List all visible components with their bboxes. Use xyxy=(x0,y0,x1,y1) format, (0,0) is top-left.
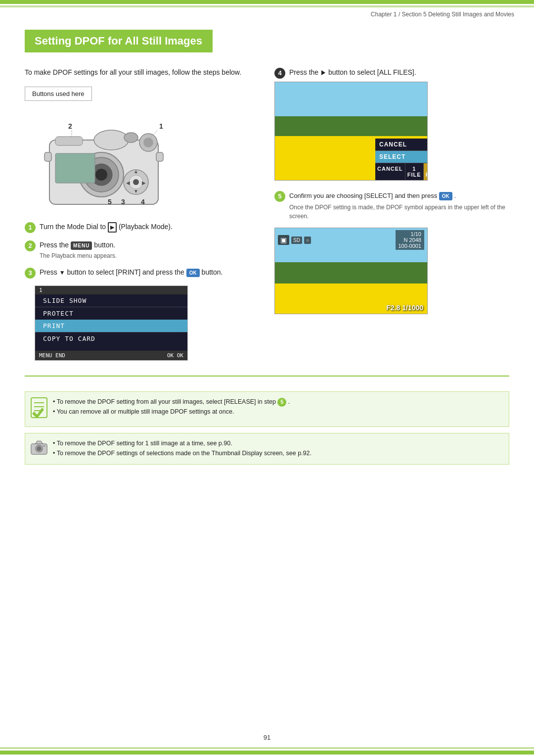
top-stripes xyxy=(0,0,534,9)
file-cancel: CANCEL xyxy=(375,139,427,151)
step-4-row: 4 Press the button to select [ALL FILES]… xyxy=(274,67,509,79)
dpof-circle-icon: ○ xyxy=(304,236,311,244)
svg-text:4: 4 xyxy=(141,198,145,206)
menu-btn-icon: MENU xyxy=(71,241,92,250)
step-2-number: 2 xyxy=(25,240,36,251)
menu-bottom-left: MENU END xyxy=(39,352,65,359)
step-2: 2 Press the MENU button. The Playback me… xyxy=(25,240,260,260)
note-1-icon xyxy=(30,397,48,422)
note-1-bullet-1: To remove the DPOF setting from all your… xyxy=(53,397,290,407)
note-2-bullet-1: To remove the DPOF setting for 1 still i… xyxy=(53,438,312,448)
intro-text: To make DPOF settings for all your still… xyxy=(25,67,260,78)
step-1-text: Turn the Mode Dial to ▶ (Playback Mode). xyxy=(40,222,173,233)
svg-point-4 xyxy=(95,169,107,181)
note-2: To remove the DPOF setting for 1 still i… xyxy=(25,433,509,465)
playback-icon: ▶ xyxy=(108,222,117,233)
svg-rect-17 xyxy=(55,153,95,183)
menu-top-number: 1 xyxy=(39,287,43,293)
step-4: 4 Press the button to select [ALL FILES]… xyxy=(274,67,509,181)
step-5-number: 5 xyxy=(274,191,285,202)
svg-point-7 xyxy=(124,133,138,142)
svg-text:5: 5 xyxy=(108,198,112,206)
section-divider xyxy=(25,376,509,377)
dpof-top-left: ▣ SD ○ xyxy=(278,230,311,250)
list-icon xyxy=(30,397,48,419)
dpof-overlay: ▣ SD ○ 1/10 N 2048 100-0001 xyxy=(275,228,427,252)
svg-rect-6 xyxy=(55,137,83,145)
step-4-text: Press the button to select [ALL FILES]. xyxy=(289,67,416,78)
file-bottom-1file: 1 FILE xyxy=(405,163,424,180)
note-1-list: To remove the DPOF setting from all your… xyxy=(53,397,290,417)
step-3-body: Press ▼ button to select [PRINT] and pre… xyxy=(40,267,222,278)
note-2-icon xyxy=(30,438,48,459)
file-menu-overlay: CANCEL SELECT CANCEL 1 FILE ALL FILES xyxy=(375,82,427,180)
chapter-header: Chapter 1 / Section 5 Deleting Still Ima… xyxy=(371,11,514,18)
note-1-bullet-2: You can remove all or multiple still ima… xyxy=(53,407,290,417)
menu-item-0: SLIDE SHOW xyxy=(35,294,187,307)
step-4-number: 4 xyxy=(274,68,285,79)
svg-text:▼: ▼ xyxy=(134,189,138,194)
note-2-bullet-2: To remove the DPOF settings of selection… xyxy=(53,448,312,458)
dpof-sd-icon: SD xyxy=(291,236,302,244)
menu-screenshot: 1 SLIDE SHOW PROTECT PRINT COPY TO CARD … xyxy=(35,285,188,361)
svg-point-9 xyxy=(143,138,153,147)
svg-point-34 xyxy=(37,446,42,451)
dpof-screen: ▣ SD ○ 1/10 N 2048 100-0001 F2.8 1/1000 xyxy=(274,228,428,314)
svg-text:▲: ▲ xyxy=(134,169,138,174)
dpof-info: 1/10 N 2048 100-0001 xyxy=(396,230,425,250)
step-5-body: Confirm you are choosing [SELECT] and th… xyxy=(289,190,509,221)
page-number: 91 xyxy=(0,734,534,741)
menu-top-bar: 1 xyxy=(35,286,187,294)
svg-point-16 xyxy=(133,179,139,185)
note-1: To remove the DPOF setting from all your… xyxy=(25,391,509,427)
notes-section: To remove the DPOF setting from all your… xyxy=(25,391,509,465)
step-3: 3 Press ▼ button to select [PRINT] and p… xyxy=(25,267,260,279)
svg-text:2: 2 xyxy=(68,122,72,130)
svg-text:1: 1 xyxy=(159,122,163,130)
step-5-sub: Once the DPOF setting is made, the DPOF … xyxy=(289,203,509,221)
svg-rect-35 xyxy=(43,445,45,447)
page-content: Setting DPOF for All Still Images To mak… xyxy=(0,20,534,510)
section-title: Setting DPOF for All Still Images xyxy=(25,30,213,52)
dpof-badge: ▣ xyxy=(278,235,289,245)
bottom-stripes xyxy=(0,747,534,756)
dpof-folder: 100-0001 xyxy=(399,243,422,249)
note-2-list: To remove the DPOF setting for 1 still i… xyxy=(53,438,312,458)
dpof-resolution: N 2048 xyxy=(399,237,422,243)
right-arrow-icon xyxy=(321,70,325,75)
two-col-layout: To make DPOF settings for all your still… xyxy=(25,67,509,361)
svg-rect-18 xyxy=(44,152,51,161)
svg-point-5 xyxy=(94,130,129,150)
ok-btn-icon-step5: OK xyxy=(439,192,452,200)
dpof-exposure: F2.8 1/1000 xyxy=(386,304,423,312)
ok-btn-icon-step3: OK xyxy=(186,269,200,277)
menu-bottom-right: OK OK xyxy=(167,352,183,359)
buttons-used-label: Buttons used here xyxy=(32,90,85,97)
left-column: To make DPOF settings for all your still… xyxy=(25,67,260,361)
menu-bottom-bar: MENU END OK OK xyxy=(35,351,187,360)
step-5-text: Confirm you are choosing [SELECT] and th… xyxy=(289,192,456,199)
step-1-number: 1 xyxy=(25,222,36,233)
camera-svg: ▲ ▼ ◀ ▶ 1 2 xyxy=(35,113,173,212)
menu-item-3: COPY TO CARD xyxy=(35,332,187,345)
menu-item-2: PRINT xyxy=(35,320,187,332)
menu-item-1: PROTECT xyxy=(35,307,187,320)
file-bottom-bar: CANCEL 1 FILE ALL FILES xyxy=(375,163,427,180)
right-column: 4 Press the button to select [ALL FILES]… xyxy=(274,67,509,361)
file-bottom-cancel: CANCEL xyxy=(375,163,405,180)
dpof-frame-count: 1/10 xyxy=(399,231,422,237)
buttons-used-box: Buttons used here xyxy=(25,87,92,101)
camera-icon xyxy=(30,438,48,456)
step-1: 1 Turn the Mode Dial to ▶ (Playback Mode… xyxy=(25,222,260,233)
step-2-sub: The Playback menu appears. xyxy=(40,251,117,260)
camera-diagram: ▲ ▼ ◀ ▶ 1 2 xyxy=(35,113,173,212)
svg-text:▶: ▶ xyxy=(142,180,146,186)
svg-text:◀: ◀ xyxy=(126,180,130,186)
file-bottom-allfiles: ALL FILES xyxy=(424,163,428,180)
all-files-screenshot: CANCEL SELECT CANCEL 1 FILE ALL FILES xyxy=(274,82,428,181)
svg-text:3: 3 xyxy=(121,198,125,206)
step-3-text: Press ▼ button to select [PRINT] and pre… xyxy=(40,268,222,276)
step-2-body: Press the MENU button. The Playback menu… xyxy=(40,240,117,260)
file-select: SELECT xyxy=(375,151,427,163)
svg-marker-31 xyxy=(32,408,44,419)
